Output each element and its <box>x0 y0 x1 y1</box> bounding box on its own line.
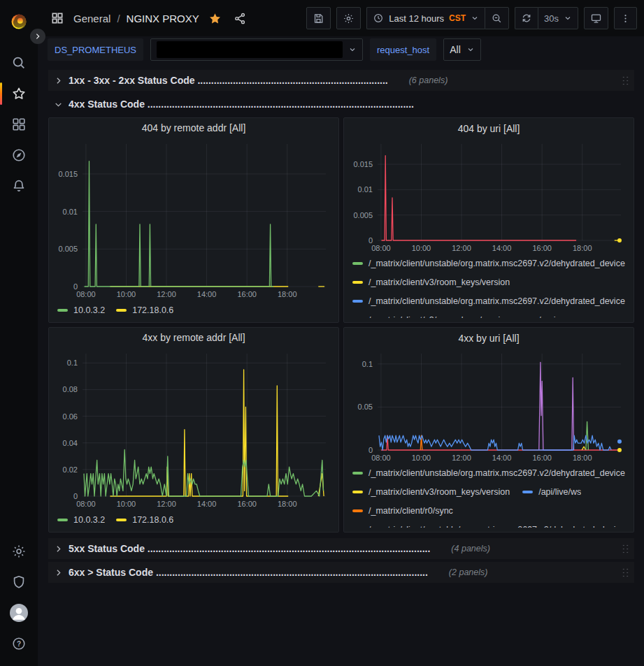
search-icon <box>11 55 27 71</box>
legend-item[interactable]: /sw.js <box>522 314 560 318</box>
time-series-chart[interactable]: 08:0010:0012:0014:0016:0018:0000.050.1 <box>348 348 629 464</box>
sidebar-item-help[interactable]: ? <box>0 628 38 659</box>
refresh-interval-picker[interactable]: 30s <box>538 7 578 29</box>
sidebar-item-alerting[interactable] <box>0 171 38 201</box>
sidebar-item-search[interactable] <box>0 48 38 78</box>
sidebar-item-server-admin[interactable] <box>0 567 38 598</box>
svg-text:08:00: 08:00 <box>371 244 391 252</box>
svg-text:16:00: 16:00 <box>237 290 257 298</box>
dashboard-content: 1xx - 3xx - 2xx Status Code ............… <box>38 63 644 666</box>
legend-swatch <box>352 509 363 512</box>
legend-item[interactable]: /_matrix/client/unstable/org.matrix.msc2… <box>352 257 625 270</box>
svg-text:12:00: 12:00 <box>157 500 176 508</box>
sidebar-item-dashboards[interactable] <box>0 109 38 140</box>
panel-title[interactable]: 4xx by remote addr [All] <box>53 328 334 348</box>
time-series-chart[interactable]: 08:0010:0012:0014:0016:0018:0000.0050.01… <box>53 138 334 301</box>
svg-text:0.005: 0.005 <box>58 245 78 253</box>
variable-value-request-host[interactable]: All <box>443 38 481 61</box>
variable-label-request-host[interactable]: request_host <box>370 38 436 61</box>
dashboard-settings-button[interactable] <box>336 7 361 29</box>
sidebar-item-profile[interactable] <box>0 598 38 628</box>
svg-text:0.1: 0.1 <box>362 360 373 368</box>
legend-item[interactable]: /_matrix/client/v3/room_keys/version <box>352 314 510 318</box>
svg-text:14:00: 14:00 <box>492 244 512 252</box>
legend-item[interactable]: 172.18.0.6 <box>116 304 173 317</box>
avatar-person-icon <box>10 604 28 622</box>
legend-item[interactable]: /_matrix/client/unstable/org.matrix.msc2… <box>352 523 625 528</box>
refresh-button[interactable] <box>515 7 538 29</box>
svg-text:08:00: 08:00 <box>371 454 391 462</box>
legend-swatch <box>522 491 533 493</box>
svg-text:10:00: 10:00 <box>412 244 431 252</box>
svg-text:0.04: 0.04 <box>63 439 78 447</box>
sidebar-bottom: ? <box>0 536 38 659</box>
refresh-controls: 30s <box>515 7 578 29</box>
zoom-out-time-button[interactable] <box>485 7 509 29</box>
legend-item[interactable]: 10.0.3.2 <box>57 304 105 317</box>
tv-mode-button[interactable] <box>584 7 608 29</box>
svg-text:0: 0 <box>368 446 373 454</box>
chevron-down-icon <box>564 14 572 22</box>
variable-value-ds-prometheus[interactable] <box>150 38 363 61</box>
row-panel-count: (4 panels) <box>451 544 490 553</box>
sidebar-item-explore[interactable] <box>0 140 38 171</box>
save-dashboard-button[interactable] <box>306 7 331 29</box>
svg-text:18:00: 18:00 <box>278 500 297 508</box>
favorite-star-button[interactable] <box>206 9 224 28</box>
time-controls: Last 12 hours CST <box>366 7 509 29</box>
svg-text:16:00: 16:00 <box>237 500 257 508</box>
legend-item[interactable]: /_matrix/client/v3/room_keys/version <box>352 486 510 498</box>
svg-text:0.02: 0.02 <box>63 465 78 474</box>
legend-item[interactable]: /_matrix/client/unstable/org.matrix.msc2… <box>352 295 625 307</box>
row-4xx[interactable]: 4xx Status Code ........................… <box>48 94 634 115</box>
svg-text:0: 0 <box>368 236 373 245</box>
breadcrumb-folder[interactable]: General <box>73 13 110 24</box>
panel-4xx-by-uri: 4xx by uri [All] 08:0010:0012:0014:0016:… <box>343 327 634 533</box>
bell-icon <box>11 178 27 194</box>
legend-item[interactable]: /_matrix/client/unstable/org.matrix.msc2… <box>352 467 625 479</box>
time-series-chart[interactable]: 08:0010:0012:0014:0016:0018:0000.0050.01… <box>348 138 629 254</box>
gear-icon <box>343 13 355 24</box>
row-drag-handle[interactable] <box>621 567 629 579</box>
avatar <box>10 604 28 622</box>
refresh-interval-label: 30s <box>544 13 559 24</box>
variable-label-ds-prometheus[interactable]: DS_PROMETHEUS <box>48 38 143 61</box>
svg-text:0.01: 0.01 <box>63 207 78 215</box>
svg-text:0.06: 0.06 <box>63 412 78 420</box>
time-range-picker[interactable]: Last 12 hours CST <box>366 7 485 29</box>
gear-icon <box>11 544 27 559</box>
row-6xx[interactable]: 6xx > Status Code ......................… <box>48 562 634 583</box>
kebab-menu-button[interactable] <box>614 7 637 29</box>
panel-legend: 10.0.3.2172.18.0.6 <box>53 510 334 528</box>
panel-title[interactable]: 404 by uri [All] <box>348 118 629 138</box>
expand-sidebar-button[interactable] <box>30 29 45 44</box>
svg-text:10:00: 10:00 <box>412 454 431 462</box>
row-5xx[interactable]: 5xx Status Code ........................… <box>48 538 634 559</box>
chevron-down-icon <box>348 45 357 54</box>
row-1xx-3xx-2xx[interactable]: 1xx - 3xx - 2xx Status Code ............… <box>48 70 634 91</box>
kebab-menu-icon <box>620 13 631 24</box>
legend-item[interactable]: /_matrix/client/r0/sync <box>352 505 453 517</box>
svg-text:12:00: 12:00 <box>452 244 471 252</box>
sidebar-item-starred[interactable] <box>0 78 38 109</box>
panel-title[interactable]: 404 by remote addr [All] <box>53 118 334 138</box>
share-icon <box>234 12 247 25</box>
row-drag-handle[interactable] <box>621 75 629 87</box>
legend-item[interactable]: /_matrix/client/v3/room_keys/version <box>352 276 510 289</box>
panel-title[interactable]: 4xx by uri [All] <box>348 328 629 348</box>
redacted-datasource-value <box>157 41 343 58</box>
breadcrumb-dashboard-title[interactable]: NGINX PROXY <box>127 13 199 24</box>
refresh-icon <box>521 13 532 24</box>
legend-swatch <box>352 491 363 493</box>
legend-swatch <box>116 309 127 312</box>
legend-item[interactable]: 172.18.0.6 <box>116 514 173 526</box>
sidebar: ? <box>0 0 38 666</box>
legend-item[interactable]: /api/live/ws <box>522 486 581 498</box>
legend-item[interactable]: 10.0.3.2 <box>57 514 105 526</box>
share-button[interactable] <box>231 9 250 28</box>
row-title: 6xx > Status Code ......................… <box>69 567 428 578</box>
sidebar-item-configuration[interactable] <box>0 536 38 567</box>
row-drag-handle[interactable] <box>621 543 629 555</box>
time-series-chart[interactable]: 08:0010:0012:0014:0016:0018:0000.020.040… <box>53 348 334 510</box>
panel-legend: /_matrix/client/unstable/org.matrix.msc2… <box>348 464 629 528</box>
